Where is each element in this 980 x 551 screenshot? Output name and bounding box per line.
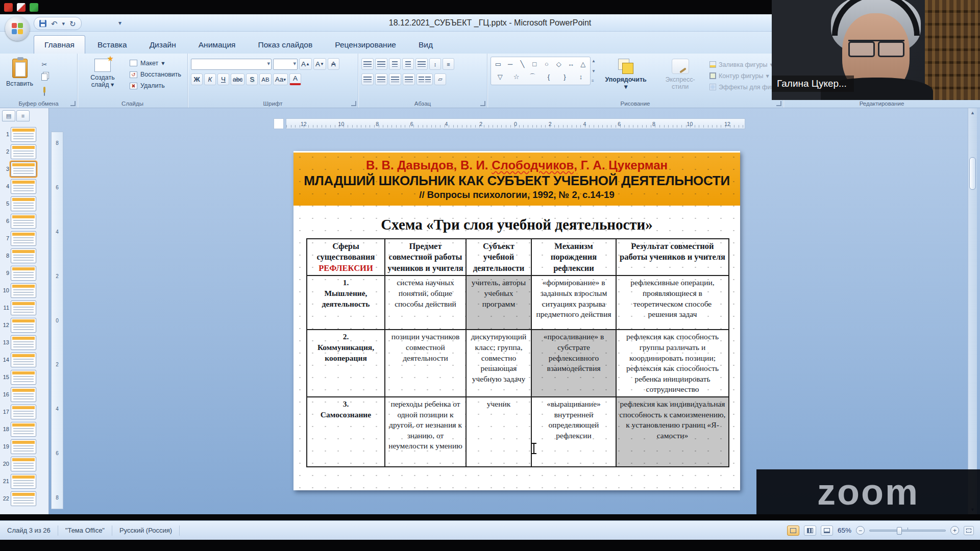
thumbnail-image[interactable] — [11, 457, 36, 471]
shape-icon[interactable]: ↕ — [575, 72, 586, 83]
slide-sorter-button[interactable] — [804, 525, 816, 536]
table-cell[interactable]: рефлексия как способность группы различа… — [616, 330, 729, 397]
change-case-button[interactable]: Аа▾ — [273, 73, 288, 85]
grow-font-button[interactable]: А▲ — [299, 58, 312, 70]
italic-button[interactable]: К — [204, 73, 216, 85]
new-slide-button[interactable]: Создать слайд ▾ — [81, 57, 125, 91]
shape-icon[interactable]: ☆ — [510, 72, 522, 83]
align-center-button[interactable] — [375, 73, 387, 85]
slide-thumbnail[interactable]: 5 — [1, 195, 47, 212]
thumbnail-image[interactable] — [11, 353, 36, 367]
table-cell[interactable]: «формирование» в заданных взрослым ситуа… — [531, 276, 616, 330]
ribbon-tab[interactable]: Вставка — [87, 36, 137, 54]
slideshow-button[interactable] — [821, 525, 833, 536]
shape-icon[interactable]: { — [543, 72, 554, 83]
font-color-button[interactable]: А — [289, 73, 301, 85]
thumbnail-image[interactable] — [11, 491, 36, 506]
table-cell[interactable]: «выращивание» внутренней определяющей ре… — [531, 397, 616, 467]
zoom-slider-thumb[interactable] — [897, 527, 902, 535]
slide-thumbnail[interactable]: 17 — [1, 403, 47, 420]
align-right-button[interactable] — [389, 73, 401, 85]
increase-indent-button[interactable] — [402, 58, 414, 70]
shapes-gallery-scroll[interactable]: ▲ ▼ ≡ — [591, 57, 597, 85]
table-cell[interactable]: 1. Мышление, деятельность — [307, 276, 385, 330]
thumbnail-image[interactable] — [11, 162, 36, 177]
numbering-button[interactable] — [375, 58, 387, 70]
shapes-gallery[interactable]: ▭─╲□○◇↔△▽☆⌒{}↕ — [491, 57, 591, 85]
shape-icon[interactable]: } — [559, 72, 570, 83]
thumbnail-image[interactable] — [11, 439, 36, 454]
shape-effects-button[interactable]: Эффекты для фигур — [709, 82, 780, 92]
ribbon-tab[interactable]: Дизайн — [139, 36, 186, 54]
scrollbar-thumb[interactable] — [969, 157, 976, 190]
thumbnail-image[interactable] — [11, 370, 36, 385]
table-cell[interactable]: «просаливание» в субстрате рефлексивного… — [531, 330, 616, 397]
slide-thumbnail[interactable]: 10 — [1, 282, 47, 299]
slide-thumbnail[interactable]: 12 — [1, 316, 47, 334]
scroll-down-icon[interactable]: ▼ — [592, 69, 596, 73]
table-cell[interactable]: 3. Самосознание — [307, 397, 385, 467]
quick-styles-button[interactable]: Экспресс-стили — [655, 57, 705, 93]
normal-view-button[interactable] — [787, 525, 799, 536]
shape-outline-button[interactable]: Контур фигуры▾ — [709, 71, 780, 81]
ribbon-tab[interactable]: Вид — [408, 36, 443, 54]
font-size-combobox[interactable] — [273, 59, 298, 70]
thumbnail-image[interactable] — [11, 474, 36, 489]
thumbnail-image[interactable] — [11, 318, 36, 333]
redo-icon[interactable]: ↻ — [69, 20, 76, 28]
thumbnail-image[interactable] — [11, 266, 36, 281]
language-indicator[interactable]: Русский (Россия) — [112, 525, 180, 536]
shape-icon[interactable]: ╲ — [517, 59, 528, 70]
smartart-button[interactable]: ▱ — [434, 73, 446, 85]
app-icon-green[interactable] — [30, 3, 38, 12]
columns-button[interactable] — [416, 73, 433, 85]
clear-formatting-button[interactable]: A — [328, 58, 339, 70]
vertical-scrollbar[interactable]: ▲ ▼ — [968, 108, 977, 514]
thumbnail-image[interactable] — [11, 283, 36, 298]
dialog-launcher-icon[interactable] — [351, 101, 356, 106]
scroll-up-icon[interactable]: ▲ — [968, 108, 977, 117]
app-icon-red[interactable] — [4, 3, 13, 12]
thumbnail-image[interactable] — [11, 422, 36, 437]
shape-icon[interactable]: ▽ — [495, 72, 506, 83]
table-cell[interactable]: позиции участников совместной деятельнос… — [385, 330, 466, 397]
ribbon-tab[interactable]: Главная — [34, 35, 85, 54]
table-cell[interactable]: переходы ребенка от одной позиции к друг… — [385, 397, 466, 467]
thumbnail-image[interactable] — [11, 335, 36, 350]
header-cell[interactable]: Механизм порождения рефлексии — [531, 239, 616, 276]
slide-thumbnail[interactable]: 18 — [1, 420, 47, 438]
decrease-indent-button[interactable] — [389, 58, 401, 70]
slide-thumbnail[interactable]: 1 — [1, 126, 47, 143]
table-cell[interactable]: 2. Коммуникация, кооперация — [307, 330, 385, 397]
thumbnail-image[interactable] — [11, 231, 36, 246]
text-shadow-button[interactable]: S — [246, 73, 258, 85]
slide-thumbnail[interactable]: 20 — [1, 455, 47, 472]
slide-thumbnail[interactable]: 13 — [1, 334, 47, 351]
ribbon-tab[interactable]: Рецензирование — [325, 36, 406, 54]
format-painter-button[interactable] — [38, 84, 51, 95]
ribbon-tab[interactable]: Анимация — [188, 36, 246, 54]
slide-thumbnail[interactable]: 16 — [1, 386, 47, 403]
font-name-combobox[interactable] — [191, 59, 272, 70]
table-cell[interactable]: учитель, авторы учебных программ — [466, 276, 531, 330]
slide-thumbnail[interactable]: 21 — [1, 472, 47, 490]
zoom-level[interactable]: 65% — [838, 527, 851, 534]
slide-canvas[interactable]: В. В. Давыдов, В. И. Слободчиков, Г. А. … — [293, 151, 740, 490]
slide-thumbnail[interactable]: 9 — [1, 264, 47, 282]
fit-to-window-button[interactable] — [964, 526, 974, 535]
dialog-launcher-icon[interactable] — [776, 101, 781, 106]
thumbnail-image[interactable] — [11, 214, 36, 229]
reset-slide-button[interactable]: ↺Восстановить — [127, 69, 184, 80]
shape-icon[interactable]: ─ — [505, 59, 516, 70]
shape-icon[interactable]: ⌒ — [527, 72, 538, 83]
slide-thumbnail[interactable]: 2 — [1, 143, 47, 160]
table-cell[interactable]: ученик — [466, 397, 531, 467]
ribbon-tab[interactable]: Показ слайдов — [248, 36, 323, 54]
header-cell[interactable]: Сферы существованияРЕФЛЕКСИИ — [307, 239, 385, 276]
delete-slide-button[interactable]: ✖Удалить — [127, 81, 184, 91]
layout-button[interactable]: Макет▾ — [127, 58, 184, 68]
slides-tab[interactable]: ▤ — [2, 110, 15, 121]
zoom-out-button[interactable]: − — [856, 526, 865, 535]
scroll-up-icon[interactable]: ▲ — [592, 59, 596, 63]
slide-thumbnail[interactable]: 8 — [1, 247, 47, 264]
